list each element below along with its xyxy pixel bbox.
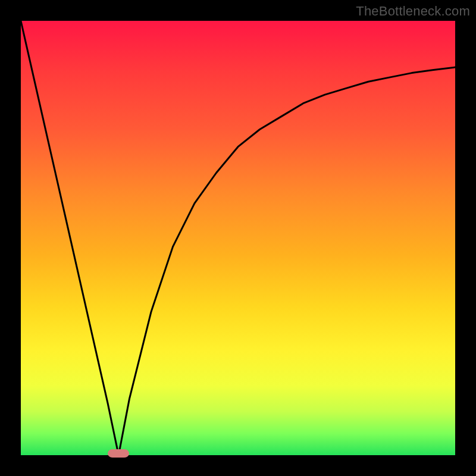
watermark-text: TheBottleneck.com [356,4,470,19]
chart-frame: TheBottleneck.com [0,0,476,476]
optimal-marker [108,449,129,458]
plot-area [21,21,455,455]
bottleneck-curve [21,21,455,455]
curve-svg [21,21,455,455]
